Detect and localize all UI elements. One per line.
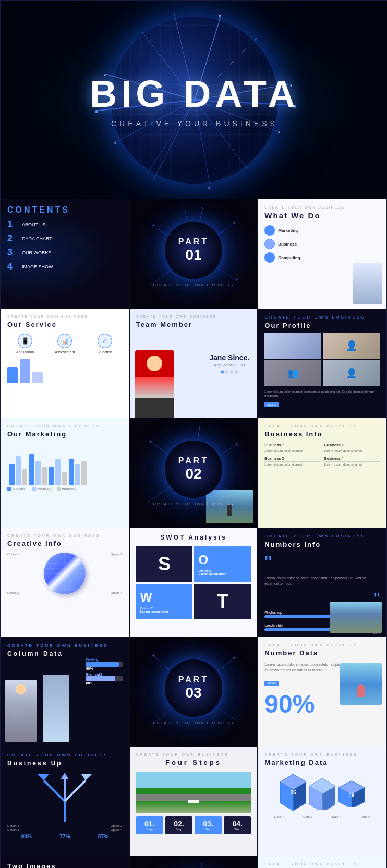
biz-label: Business 3: [264, 457, 320, 462]
list-item: 3 OUR WORKS: [7, 247, 123, 258]
bar: [9, 464, 15, 485]
profile-photo-4: 👤: [323, 360, 380, 386]
part-03-circle: PART 03: [165, 659, 222, 717]
swot-t-letter: T: [217, 591, 228, 613]
nd-small: CREATE YOUR OWN BUSINESS: [264, 643, 380, 647]
fs-small: CREATE YOUR OWN BUSINESS: [136, 753, 251, 756]
row-1: CONTENTS 1 ABOUT US 2 DADA CHART 3 OUR W…: [1, 199, 386, 309]
bar: [29, 454, 34, 485]
bu-labels-2: Option 3 Option 4: [7, 828, 123, 832]
app-icon: 📱: [18, 334, 32, 348]
swimmer-figure: [357, 684, 365, 697]
profile-text: Lorem ipsum dolor sit amet, consectetur …: [264, 389, 380, 398]
swot-o-text: Option 1Lorem ipsum dolor: [198, 569, 226, 576]
four-steps-slide: CREATE YOUR OWN BUSINESS Four Steps 01. …: [130, 747, 258, 856]
bu-opt1: Option 1: [7, 824, 19, 827]
bar: [35, 461, 41, 485]
bu-pct-3: 57%: [98, 834, 108, 839]
cd-bars-right: Gallery 90% Element2 80%: [86, 658, 123, 685]
number-data-slide: CREATE YOUR OWN BUSINESS Number Data Lor…: [258, 637, 386, 747]
service-small: CREATE YOUR OWN BUSINESS: [7, 315, 123, 319]
biz-desc: Lorem ipsum dolor sit amet: [264, 463, 320, 466]
chart-bar: [7, 367, 18, 383]
wwd-item-label: Computing: [278, 255, 300, 260]
bu-small: CREATE YOUR OWN BUSINESS: [7, 753, 123, 757]
md-small: CREATE YOUR OWN BUSINESS: [264, 753, 380, 756]
wwd-item-2: Business: [264, 239, 380, 249]
iso-boxes: 25 19: [264, 772, 380, 813]
biz-label: Business 4: [324, 457, 380, 462]
bar: [69, 459, 74, 485]
bu-opt3: Option 3: [7, 828, 19, 832]
nd-badge: MORE: [264, 681, 279, 686]
globe-grid: [44, 553, 86, 594]
dot: [235, 371, 238, 374]
item-num: 3: [7, 247, 18, 258]
swot-o-letter: O: [198, 553, 208, 567]
md-lbl-3: Data 3: [332, 815, 341, 818]
select-label: Selection: [87, 350, 122, 354]
our-marketing-slide: CREATE YOUR OWN BUSINESS Our Marketing: [1, 418, 129, 528]
cd-small: CREATE YOUR OWN BUSINESS: [7, 643, 123, 648]
biz-label: Business 1: [264, 443, 320, 448]
cd-person-photo: [5, 680, 37, 742]
dot-active: [221, 371, 224, 374]
person-head: [147, 356, 162, 371]
ci-globe-wrapper: Option 1 Option 2 Option 3 Option 4: [7, 553, 123, 594]
assess-icon: 📊: [57, 334, 72, 348]
legend-label: Business 1: [13, 487, 28, 491]
svg-point-36: [236, 444, 237, 445]
cd-bar-label: Element2: [86, 673, 123, 676]
ni-text: Lorem ipsum dolor sit amet, consectetur …: [264, 576, 380, 586]
biz-item-3: Business 3 Lorem ipsum dolor sit amet: [264, 457, 320, 466]
svg-text:19: 19: [348, 792, 355, 798]
two-images-slide: Two Images Lorem ipsum dolor sit amet, c…: [1, 856, 129, 868]
profile-title: Our Profile: [264, 322, 380, 329]
svg-point-21: [208, 187, 210, 189]
swot-s-letter: S: [158, 553, 171, 575]
bar: [62, 472, 67, 485]
service-item-2: 📊 Assessment: [47, 334, 82, 354]
legend-color: [57, 487, 61, 491]
cd-waterfall-photo: [43, 675, 69, 742]
iso-box-2: [309, 776, 335, 810]
step-04: 04. Step: [224, 816, 251, 834]
cd-bar-pct: 80%: [86, 681, 123, 685]
item-num: 1: [7, 219, 18, 230]
ci-title: Creative Info: [7, 540, 123, 547]
hero-text-block: BIG DATA CREATIVE YOUR BUSINESS: [90, 72, 299, 128]
part-num: 01: [185, 247, 201, 263]
chart-legend: Business 1 Business 2 Business 3: [7, 487, 123, 491]
option-2: Option 2: [111, 553, 123, 556]
profile-photo-grid: 👤 👥 👤: [264, 333, 380, 386]
bar: [75, 464, 80, 485]
step-lbl-3: Step: [198, 828, 219, 831]
nd-title: Number Data: [264, 649, 380, 657]
list-item: 1 ABOUT US: [7, 219, 123, 230]
step-num-1: 01.: [139, 820, 160, 828]
swot-w-letter: W: [140, 590, 152, 605]
chart-bar: [32, 372, 43, 383]
legend-label: Business 3: [62, 487, 77, 491]
svg-point-20: [114, 142, 116, 144]
item-num: 2: [7, 233, 18, 244]
ni-small: CREATE YOUR OWN BUSINESS: [264, 534, 380, 539]
iso-box-3: 19: [338, 778, 365, 807]
biz-item-4: Business 4 Lorem ipsum dolor sit amet: [324, 457, 380, 466]
profile-badge: MORE: [264, 402, 279, 407]
step-lbl-4: Step: [227, 828, 248, 831]
part-num: 02: [185, 466, 201, 482]
row-5: CREATE YOUR OWN BUSINESS Column Data Gal…: [1, 637, 386, 747]
md-title: Marketing Data: [264, 759, 380, 766]
business-up-slide: CREATE YOUR OWN BUSINESS Business Up Opt…: [1, 747, 129, 856]
bar: [22, 469, 27, 485]
bar: [49, 467, 54, 485]
dot: [230, 371, 233, 374]
biz-info-grid: Business 1 Lorem ipsum dolor sit amet Bu…: [264, 443, 380, 466]
profile-photo-2: 👤: [323, 333, 380, 359]
hero-subtitle: CREATIVE YOUR BUSINESS: [90, 119, 299, 128]
legend-item: Business 2: [32, 487, 52, 491]
item-text: DADA CHART: [22, 236, 52, 241]
service-icons: 📱 Application 📊 Assessment ✓ Selection: [7, 334, 123, 354]
wwd-small-title: CREATE YOUR OWN BUSINESS: [264, 205, 380, 209]
